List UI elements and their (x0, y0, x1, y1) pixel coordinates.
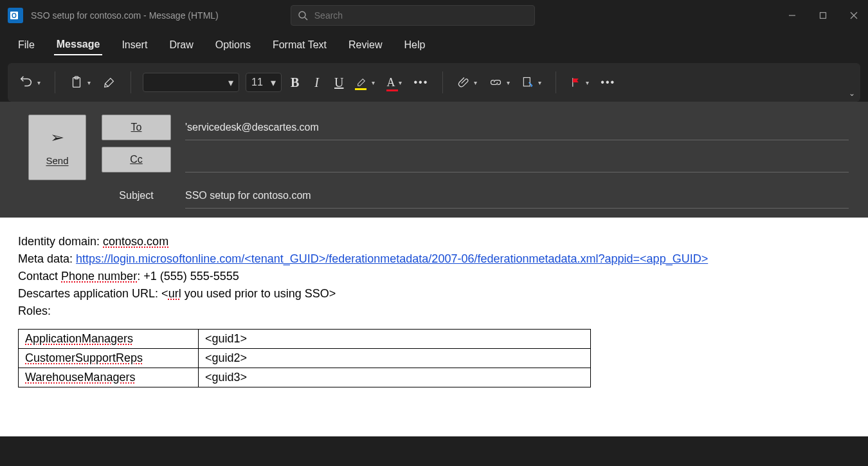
body-phone-value: +1 (555) 555-5555 (143, 270, 239, 283)
role-guid: <guid1> (199, 330, 591, 349)
signature-button[interactable]: ▾ (519, 73, 544, 91)
flag-icon (570, 77, 582, 88)
chevron-down-icon: ▾ (538, 79, 541, 86)
menu-message[interactable]: Message (54, 35, 103, 55)
follow-up-flag-button[interactable]: ▾ (568, 74, 592, 91)
svg-line-3 (305, 17, 307, 20)
minimize-button[interactable] (786, 9, 799, 22)
font-size-select[interactable]: 11▾ (246, 73, 282, 92)
signature-icon (521, 76, 534, 89)
body-meta-label: Meta data: (18, 252, 76, 265)
search-input[interactable] (314, 10, 528, 21)
body-phone-label-b: Phone number (61, 270, 137, 283)
attach-file-button[interactable]: ▾ (455, 73, 480, 91)
menu-insert[interactable]: Insert (119, 35, 150, 55)
ribbon: ▾ ▾ ▾ 11▾ B I U ▾ A ▾ ••• ▾ (8, 63, 860, 102)
subject-field[interactable] (185, 183, 849, 209)
body-appurl-a: Descartes application URL: < (18, 287, 168, 300)
close-button[interactable] (847, 9, 860, 22)
body-appurl-c: you used prior to using SSO> (181, 287, 336, 300)
search-icon (298, 10, 308, 21)
chevron-down-icon: ▾ (37, 79, 41, 86)
body-roles-label: Roles: (18, 303, 850, 320)
chevron-down-icon: ▾ (228, 77, 233, 89)
cc-button[interactable]: Cc (102, 147, 171, 172)
ribbon-divider (131, 71, 131, 93)
italic-button[interactable]: I (308, 73, 325, 93)
format-painter-button[interactable] (100, 73, 119, 92)
chevron-down-icon: ▾ (399, 79, 402, 86)
send-button[interactable]: ➢ Send (28, 115, 86, 180)
font-color-button[interactable]: A ▾ (384, 73, 404, 92)
chevron-down-icon: ▾ (586, 79, 589, 86)
ribbon-overflow-button[interactable]: ••• (598, 74, 618, 91)
table-row: WarehouseManagers<guid3> (19, 368, 591, 387)
font-color-letter: A (386, 76, 395, 89)
highlight-button[interactable]: ▾ (352, 74, 377, 91)
body-identity-label: Identity domain: (18, 235, 103, 248)
svg-rect-10 (524, 78, 530, 86)
menu-file[interactable]: File (15, 35, 37, 55)
more-formatting-button[interactable]: ••• (411, 74, 431, 91)
table-row: CustomerSupportReps<guid2> (19, 349, 591, 368)
svg-point-2 (299, 12, 305, 18)
font-size-value: 11 (251, 77, 263, 88)
insert-link-button[interactable]: ▾ (486, 73, 512, 91)
menu-help[interactable]: Help (402, 35, 428, 55)
send-label: Send (46, 155, 68, 166)
paperclip-icon (457, 76, 470, 89)
bold-button[interactable]: B (288, 73, 302, 93)
svg-text:O: O (12, 12, 17, 19)
chevron-down-icon: ▾ (271, 77, 276, 89)
highlighter-icon (355, 77, 368, 88)
title-bar: O SSO setup for contoso.com - Message (H… (0, 0, 868, 31)
ribbon-divider (442, 71, 443, 93)
ribbon-divider (556, 71, 556, 93)
ribbon-divider (55, 71, 55, 93)
body-meta-link[interactable]: https://login.microsoftonline.com/<tenan… (76, 252, 708, 265)
collapse-ribbon-button[interactable]: ⌄ (849, 89, 855, 98)
role-name: WarehouseManagers (25, 371, 135, 384)
chevron-down-icon: ▾ (507, 79, 510, 86)
svg-rect-5 (820, 13, 826, 19)
chevron-down-icon: ▾ (372, 79, 375, 86)
font-family-select[interactable]: ▾ (143, 73, 239, 92)
role-guid: <guid3> (199, 368, 591, 387)
table-row: ApplicationManagers<guid1> (19, 330, 591, 349)
menu-format-text[interactable]: Format Text (270, 35, 329, 55)
body-phone-label-a: Contact (18, 270, 61, 283)
undo-button[interactable]: ▾ (17, 73, 43, 92)
window-title: SSO setup for contoso.com - Message (HTM… (31, 10, 219, 21)
message-body[interactable]: Identity domain: contoso.com Meta data: … (0, 218, 868, 436)
role-name: ApplicationManagers (25, 332, 133, 345)
cc-field[interactable] (185, 147, 849, 172)
menu-draw[interactable]: Draw (167, 35, 195, 55)
to-button[interactable]: To (102, 115, 171, 140)
to-field[interactable] (185, 115, 849, 140)
chevron-down-icon: ▾ (87, 79, 91, 86)
message-header: ➢ Send To Cc Subject (0, 102, 868, 218)
outlook-icon: O (8, 8, 23, 23)
menu-options[interactable]: Options (213, 35, 253, 55)
maximize-button[interactable] (817, 9, 829, 22)
search-box[interactable] (291, 5, 535, 26)
body-appurl-b: url (168, 287, 181, 300)
underline-button[interactable]: U (332, 73, 346, 93)
subject-label: Subject (102, 190, 171, 201)
role-name: CustomerSupportReps (25, 351, 143, 364)
roles-table: ApplicationManagers<guid1> CustomerSuppo… (18, 329, 591, 387)
link-icon (489, 76, 503, 89)
send-arrow-icon: ➢ (50, 129, 64, 146)
menu-review[interactable]: Review (346, 35, 384, 55)
paste-button[interactable]: ▾ (67, 73, 93, 92)
body-identity-value: contoso.com (103, 235, 168, 248)
chevron-down-icon: ▾ (474, 79, 477, 86)
menu-bar: File Message Insert Draw Options Format … (0, 31, 868, 59)
body-phone-label-c: : (137, 270, 143, 283)
role-guid: <guid2> (199, 349, 591, 368)
